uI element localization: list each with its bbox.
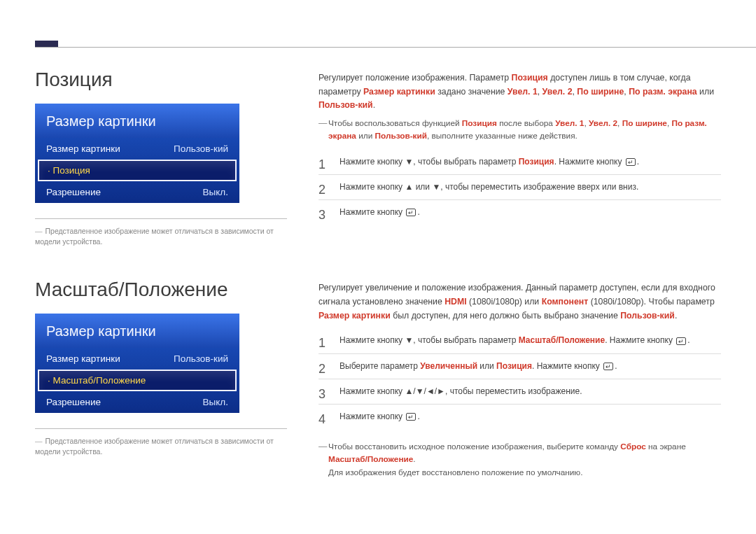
menu-picture-size-2: Размер картинки Размер картинки Пользов-… — [35, 314, 239, 413]
menu-row-value: Выкл. — [203, 397, 228, 407]
enter-icon — [406, 413, 416, 421]
step-2: Выберите параметр Увеличенный или Позици… — [318, 353, 721, 379]
menu-row-label: Позиция — [48, 165, 90, 176]
menu-title: Размер картинки — [35, 314, 239, 348]
menu-row-label: Размер картинки — [46, 353, 120, 364]
step-1: Нажмите кнопку ▼, чтобы выбрать параметр… — [318, 328, 721, 353]
menu-row-label: Разрешение — [46, 397, 101, 407]
menu-row-label: Разрешение — [46, 187, 101, 197]
header-mark — [35, 41, 58, 48]
section-title-zoom-position: Масштаб/Положение — [35, 279, 287, 301]
enter-icon — [603, 363, 613, 370]
menu-row-label: Масштаб/Положение — [48, 375, 146, 386]
step-2: Нажмите кнопку ▲ или ▼, чтобы переместит… — [318, 174, 721, 199]
menu-row-picture-size[interactable]: Размер картинки Пользов-кий — [35, 138, 239, 160]
menu-title: Размер картинки — [35, 104, 239, 138]
footnote-text: Представленное изображение может отличат… — [35, 227, 274, 246]
step-1: Нажмите кнопку ▼, чтобы выбрать параметр… — [318, 150, 721, 174]
footnote-divider — [35, 428, 287, 429]
enter-icon — [406, 209, 416, 216]
footnote-2: ―Представленное изображение может отлича… — [35, 436, 287, 456]
section-title-position: Позиция — [35, 69, 287, 91]
menu-row-value: Пользов-кий — [174, 143, 228, 154]
step-4: Нажмите кнопку . — [318, 404, 721, 429]
menu-row-label: Размер картинки — [46, 143, 120, 154]
enter-icon — [626, 158, 636, 166]
intro-paragraph-2: Регулирует увеличение и положение изобра… — [318, 281, 721, 323]
note-use-position: ― Чтобы воспользоваться функцией Позиция… — [318, 117, 721, 143]
menu-row-zoom-position[interactable]: Масштаб/Положение — [38, 370, 237, 391]
step-3: Нажмите кнопку . — [318, 199, 721, 225]
menu-row-resolution[interactable]: Разрешение Выкл. — [35, 391, 239, 413]
steps-section1: Нажмите кнопку ▼, чтобы выбрать параметр… — [318, 150, 721, 225]
menu-row-picture-size[interactable]: Размер картинки Пользов-кий — [35, 348, 239, 370]
menu-row-value: Выкл. — [203, 187, 228, 197]
footnote-divider — [35, 218, 287, 219]
menu-row-value: Пользов-кий — [174, 353, 228, 364]
menu-picture-size-1: Размер картинки Размер картинки Пользов-… — [35, 104, 239, 203]
steps-section2: Нажмите кнопку ▼, чтобы выбрать параметр… — [318, 328, 721, 429]
enter-icon — [676, 337, 686, 345]
footnote-text: Представленное изображение может отличат… — [35, 437, 274, 456]
intro-paragraph-1: Регулирует положение изображения. Параме… — [318, 71, 721, 113]
footnote-1: ―Представленное изображение может отлича… — [35, 226, 287, 246]
note-restore: ― Чтобы восстановить исходное положение … — [318, 440, 721, 479]
step-3: Нажмите кнопку ▲/▼/◄/►, чтобы переместит… — [318, 379, 721, 404]
menu-row-resolution[interactable]: Разрешение Выкл. — [35, 181, 239, 203]
menu-row-position[interactable]: Позиция — [38, 160, 237, 181]
